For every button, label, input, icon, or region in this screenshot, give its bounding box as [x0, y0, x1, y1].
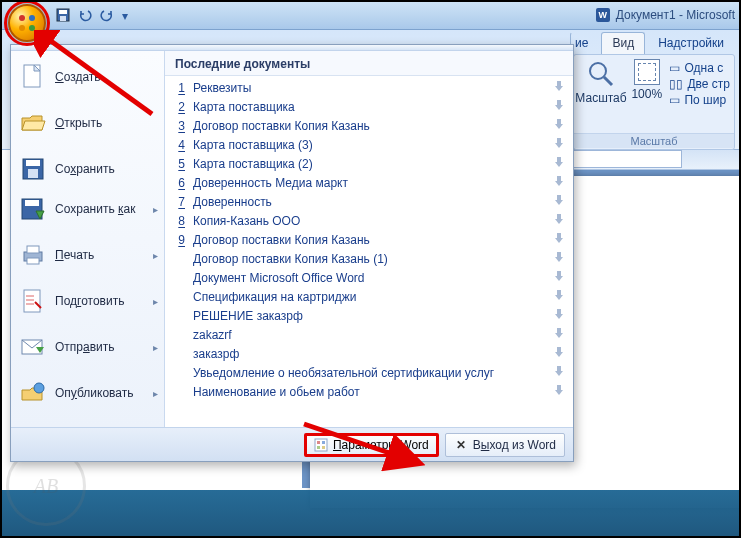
tab-addins[interactable]: Надстройки [647, 32, 735, 55]
recent-document-item[interactable]: Договор поставки Копия Казань (1) [165, 249, 573, 268]
pin-icon[interactable] [553, 99, 565, 114]
pin-icon[interactable] [553, 251, 565, 266]
menu-prepare[interactable]: Подготовить▸ [11, 281, 164, 321]
recent-documents-list: 1Реквезиты2Карта поставщика3Договор пост… [165, 76, 573, 427]
pin-icon[interactable] [553, 327, 565, 342]
recent-document-item[interactable]: Спецификация на картриджи [165, 287, 573, 306]
svg-rect-33 [557, 290, 561, 295]
svg-rect-38 [557, 385, 561, 390]
one-page-button[interactable]: ▭Одна с [669, 61, 730, 75]
office-menu-footer: Параметры Word ✕ Выход из Word [11, 427, 573, 461]
recent-documents-header: Последние документы [165, 51, 573, 76]
recent-item-name: Карта поставщика (2) [193, 157, 545, 171]
recent-document-item[interactable]: РЕШЕНИЕ заказрф [165, 306, 573, 325]
menu-open-label: Открыть [55, 116, 158, 130]
menu-send[interactable]: Отправить▸ [11, 327, 164, 367]
svg-rect-39 [315, 439, 327, 451]
menu-new[interactable]: Создать [11, 57, 164, 97]
pin-icon[interactable] [553, 232, 565, 247]
recent-document-item[interactable]: zakazrf [165, 325, 573, 344]
recent-document-item[interactable]: Наименование и обьем работ [165, 382, 573, 401]
recent-item-name: Доверенность [193, 195, 545, 209]
zoom-button[interactable]: Масштаб [578, 59, 624, 107]
qat-customize-icon[interactable]: ▾ [122, 9, 128, 23]
recent-document-item[interactable]: 9Договор поставки Копия Казань [165, 230, 573, 249]
save-icon[interactable] [56, 8, 70, 25]
office-button[interactable] [8, 4, 46, 42]
recent-item-number: 8 [175, 214, 185, 228]
recent-document-item[interactable]: заказрф [165, 344, 573, 363]
pin-icon[interactable] [553, 194, 565, 209]
recent-document-item[interactable]: 2Карта поставщика [165, 97, 573, 116]
svg-point-21 [34, 383, 44, 393]
recent-document-item[interactable]: 8Копия-Казань ООО [165, 211, 573, 230]
ribbon-group-zoom: Масштаб 100% ▭Одна с ▯▯Две стр ▭По шир М… [573, 54, 735, 150]
word-options-label: Параметры Word [333, 438, 429, 452]
send-icon [19, 333, 47, 361]
recent-item-name: Договор поставки Копия Казань [193, 233, 545, 247]
svg-rect-30 [557, 233, 561, 238]
redo-icon[interactable] [100, 8, 114, 25]
menu-new-label: Создать [55, 70, 158, 84]
recent-document-item[interactable]: 1Реквезиты [165, 78, 573, 97]
recent-item-number: 5 [175, 157, 185, 171]
recent-document-item[interactable]: Увьедомление о необязательной сертификац… [165, 363, 573, 382]
svg-line-9 [604, 77, 612, 85]
pin-icon[interactable] [553, 175, 565, 190]
new-icon [19, 63, 47, 91]
svg-rect-28 [557, 195, 561, 200]
svg-rect-12 [26, 160, 40, 166]
tab-view[interactable]: Вид [601, 32, 645, 55]
prepare-icon [19, 287, 47, 315]
pin-icon[interactable] [553, 384, 565, 399]
svg-rect-24 [557, 119, 561, 124]
pin-icon[interactable] [553, 365, 565, 380]
recent-item-number: 9 [175, 233, 185, 247]
pin-icon[interactable] [553, 213, 565, 228]
pin-icon[interactable] [553, 289, 565, 304]
pin-icon[interactable] [553, 308, 565, 323]
page-100-icon [634, 59, 660, 85]
menu-open[interactable]: Открыть [11, 103, 164, 143]
pin-icon[interactable] [553, 270, 565, 285]
pin-icon[interactable] [553, 118, 565, 133]
page-width-button[interactable]: ▭По шир [669, 93, 730, 107]
two-pages-button[interactable]: ▯▯Две стр [669, 77, 730, 91]
recent-document-item[interactable]: 4Карта поставщика (3) [165, 135, 573, 154]
one-page-icon: ▭ [669, 61, 680, 75]
word-app-icon: W [596, 8, 610, 22]
pin-icon[interactable] [553, 137, 565, 152]
svg-point-5 [19, 25, 25, 31]
menu-save[interactable]: Сохранить [11, 149, 164, 189]
recent-document-item[interactable]: 7Доверенность [165, 192, 573, 211]
recent-item-name: Копия-Казань ООО [193, 214, 545, 228]
recent-item-name: Доверенность Медиа маркт [193, 176, 545, 190]
pin-icon[interactable] [553, 80, 565, 95]
undo-icon[interactable] [78, 8, 92, 25]
svg-rect-37 [557, 366, 561, 371]
recent-item-name: Спецификация на картриджи [193, 290, 545, 304]
recent-item-name: Договор поставки Копия Казань [193, 119, 545, 133]
menu-saveas[interactable]: Сохранить как▸ [11, 189, 164, 229]
menu-close[interactable]: Закрыть [11, 419, 164, 427]
ribbon-group-label: Масштаб [574, 133, 734, 148]
recent-document-item[interactable]: 3Договор поставки Копия Казань [165, 116, 573, 135]
pin-icon[interactable] [553, 346, 565, 361]
pin-icon[interactable] [553, 156, 565, 171]
exit-word-button[interactable]: ✕ Выход из Word [445, 433, 565, 457]
menu-print[interactable]: Печать▸ [11, 235, 164, 275]
zoom-options: ▭Одна с ▯▯Две стр ▭По шир [669, 59, 730, 107]
saveas-icon [19, 195, 47, 223]
recent-document-item[interactable]: 6Доверенность Медиа маркт [165, 173, 573, 192]
recent-document-item[interactable]: 5Карта поставщика (2) [165, 154, 573, 173]
page-width-icon: ▭ [669, 93, 680, 107]
recent-item-name: РЕШЕНИЕ заказрф [193, 309, 545, 323]
menu-publish[interactable]: Опубликовать▸ [11, 373, 164, 413]
zoom-100-button[interactable]: 100% [630, 59, 663, 107]
tab-partial[interactable]: ие [570, 32, 599, 55]
menu-publish-label: Опубликовать [55, 386, 145, 400]
recent-item-name: Реквезиты [193, 81, 545, 95]
svg-rect-22 [557, 81, 561, 86]
recent-document-item[interactable]: Документ Microsoft Office Word [165, 268, 573, 287]
word-options-button[interactable]: Параметры Word [304, 433, 439, 457]
